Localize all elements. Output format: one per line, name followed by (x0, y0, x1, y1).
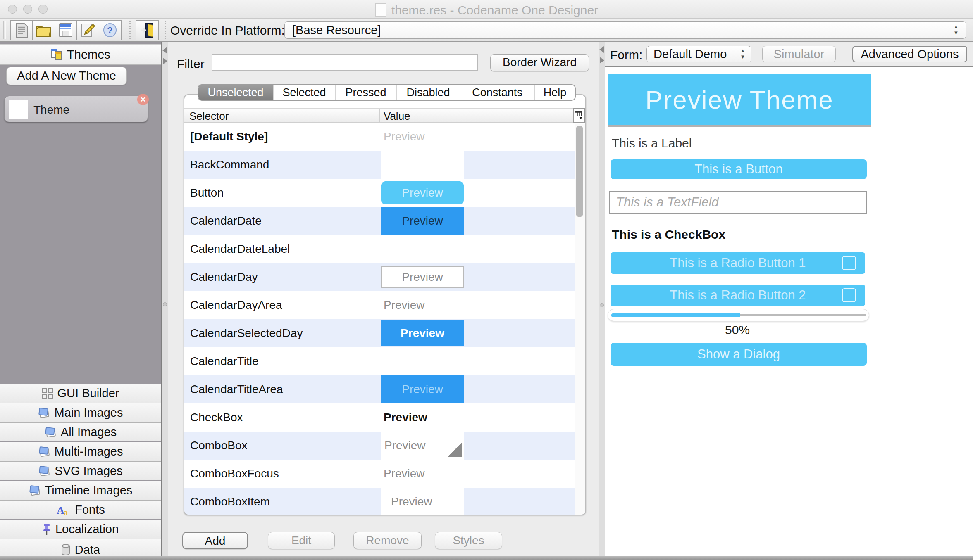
tab-selected[interactable]: Selected (273, 85, 335, 100)
progress-track (740, 314, 866, 316)
sidebar-item-all-images[interactable]: All Images (0, 422, 161, 441)
styles-button[interactable]: Styles (435, 532, 502, 549)
value-preview-text: Preview (384, 439, 426, 452)
exit-button[interactable] (136, 20, 159, 40)
simulator-button[interactable]: Simulator (762, 46, 836, 62)
collapse-right-icon[interactable] (163, 58, 167, 64)
border-wizard-button[interactable]: Border Wizard (490, 54, 589, 71)
form-select[interactable]: Default Demo ▲▼ (646, 46, 751, 62)
theme-list-item[interactable]: Theme ✕ (4, 96, 148, 122)
open-resource-button[interactable] (32, 20, 55, 40)
sidebar-item-fonts[interactable]: Aa Fonts (0, 500, 161, 519)
preview-textfield[interactable] (609, 191, 867, 214)
selector-cell: ComboBoxFocus (190, 460, 279, 488)
advanced-options-button[interactable]: Advanced Options (852, 46, 967, 62)
table-row[interactable]: CalendarTitleArea Preview (184, 375, 585, 403)
value-preview-text[interactable]: Preview (384, 460, 425, 488)
tab-help[interactable]: Help (534, 85, 575, 100)
value-column-header[interactable]: Value (384, 110, 410, 123)
window-bottom-edge[interactable] (0, 556, 973, 560)
table-row[interactable]: ComboBoxItem Preview (184, 488, 585, 515)
sidebar-item-timeline-images[interactable]: Timeline Images (0, 481, 161, 500)
value-preview-text[interactable]: Preview (384, 403, 427, 432)
value-cell[interactable]: Preview (381, 488, 464, 515)
remove-button[interactable]: Remove (353, 532, 422, 549)
selector-column-header[interactable]: Selector (189, 110, 229, 123)
table-scrollbar-thumb[interactable] (576, 126, 583, 217)
selector-cell: CalendarDate (190, 207, 262, 235)
selector-cell: Button (190, 179, 224, 207)
tab-unselected[interactable]: Unselected (198, 85, 273, 100)
table-options-button[interactable] (573, 108, 585, 123)
table-row[interactable]: CalendarDayArea Preview (184, 291, 585, 319)
sidebar-item-svg-images[interactable]: SVG Images (0, 461, 161, 480)
sidebar-item-main-images[interactable]: Main Images (0, 403, 161, 422)
preview-checkbox[interactable]: This is a CheckBox (612, 228, 725, 242)
style-state-tabs: Unselected Selected Pressed Disabled Con… (198, 84, 576, 101)
sidebar-item-label: GUI Builder (57, 387, 119, 400)
sidebar-item-localization[interactable]: Localization (0, 520, 161, 539)
preview-radio-button-1[interactable]: This is a Radio Button 1 (611, 252, 865, 274)
override-platform-select[interactable]: [Base Resource] ▲▼ (284, 21, 966, 39)
preview-label: This is a Label (612, 136, 692, 150)
table-row[interactable]: ComboBoxFocus Preview (184, 460, 585, 488)
left-splitter[interactable] (162, 42, 168, 560)
value-preview-text[interactable]: Preview (384, 291, 425, 319)
edit-button[interactable]: Edit (268, 532, 335, 549)
toolbar-drag-handle[interactable] (3, 21, 6, 39)
images-icon (44, 427, 57, 438)
selector-cell: CalendarTitle (190, 347, 258, 375)
value-preview-fill[interactable]: Preview (381, 207, 464, 235)
table-header: Selector Value (184, 108, 585, 123)
tab-disabled[interactable]: Disabled (396, 85, 460, 100)
value-preview-button[interactable]: Preview (381, 181, 464, 204)
collapse-left-icon[interactable] (162, 47, 167, 54)
svg-text:?: ? (107, 25, 112, 36)
sidebar-item-label: All Images (61, 425, 117, 439)
theme-close-icon[interactable]: ✕ (137, 94, 149, 105)
table-row[interactable]: CalendarTitle (184, 347, 585, 375)
value-preview-text: Preview (384, 495, 432, 508)
sidebar-item-gui-builder[interactable]: GUI Builder (0, 384, 161, 403)
collapse-right-icon[interactable] (600, 57, 604, 64)
filter-input[interactable] (212, 54, 478, 71)
stepper-arrows-icon[interactable]: ▲▼ (739, 47, 747, 60)
theme-editor-panel: Filter Border Wizard Unselected Selected… (169, 42, 599, 560)
value-combo-cell[interactable]: Preview (381, 432, 464, 460)
collapse-left-icon[interactable] (599, 46, 604, 53)
tab-constants[interactable]: Constants (460, 85, 534, 100)
column-divider[interactable] (379, 109, 380, 122)
edit-resource-button[interactable] (76, 20, 99, 40)
table-row[interactable]: CalendarDateLabel (184, 235, 585, 263)
form-select-value: Default Demo (653, 47, 727, 61)
add-new-theme-button[interactable]: Add A New Theme (6, 67, 127, 85)
table-row[interactable]: Button Preview (184, 179, 585, 207)
value-preview-text[interactable]: Preview (384, 123, 425, 151)
table-row[interactable]: ComboBox Preview (184, 432, 585, 460)
help-button[interactable]: ? (99, 20, 122, 40)
value-empty-cell[interactable] (381, 151, 464, 179)
table-row[interactable]: CalendarDay Preview (184, 263, 585, 291)
table-row[interactable]: [Default Style] Preview (184, 123, 585, 151)
save-resource-button[interactable] (55, 20, 77, 40)
right-splitter[interactable] (599, 42, 605, 560)
selector-cell: BackCommand (190, 151, 269, 179)
preview-button[interactable]: This is a Button (611, 159, 867, 179)
show-dialog-button[interactable]: Show a Dialog (611, 343, 867, 366)
value-preview-button[interactable]: Preview (381, 320, 464, 346)
add-button[interactable]: Add (182, 532, 248, 549)
stepper-arrows-icon[interactable]: ▲▼ (952, 24, 960, 36)
themes-header-label: Themes (67, 48, 110, 62)
table-row[interactable]: CalendarSelectedDay Preview (184, 319, 585, 347)
new-resource-button[interactable] (10, 20, 33, 40)
table-row[interactable]: BackCommand (184, 151, 585, 179)
value-preview-fill[interactable]: Preview (381, 375, 464, 403)
tab-pressed[interactable]: Pressed (335, 85, 396, 100)
value-preview-button[interactable]: Preview (381, 266, 464, 288)
preview-radio-button-2[interactable]: This is a Radio Button 2 (611, 285, 865, 306)
table-row[interactable]: CheckBox Preview (184, 403, 585, 432)
sidebar-item-multi-images[interactable]: Multi-Images (0, 442, 161, 461)
gui-builder-icon (42, 388, 53, 399)
selector-cell: ComboBoxItem (190, 488, 270, 515)
table-row[interactable]: CalendarDate Preview (184, 207, 585, 235)
